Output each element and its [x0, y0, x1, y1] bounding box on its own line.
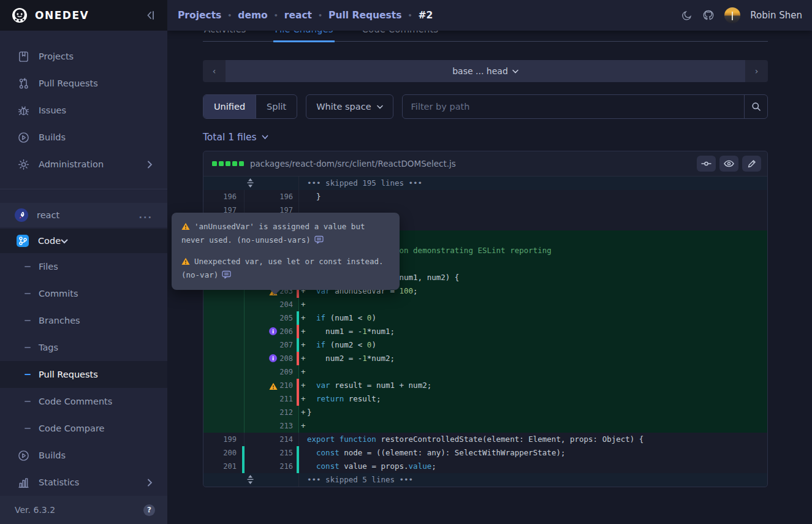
sidebar-item-code[interactable]: Code [0, 229, 167, 253]
breadcrumb-item-demo[interactable]: demo [238, 10, 267, 21]
new-line-number[interactable]: 213 [245, 419, 299, 433]
problem-bar [297, 392, 299, 406]
change-block [219, 161, 224, 166]
split-mode-button[interactable]: Split [256, 95, 297, 118]
old-line-number[interactable]: 199 [203, 433, 245, 446]
sidebar-subitem-files[interactable]: Files [0, 253, 167, 280]
diff-row-213: 213+ [203, 419, 767, 433]
old-line-number[interactable] [203, 338, 245, 352]
breadcrumb-item-projects[interactable]: Projects [178, 10, 221, 21]
old-line-number[interactable] [203, 311, 245, 325]
onedev-logo-icon[interactable] [11, 7, 28, 24]
new-line-number[interactable]: 209 [245, 365, 299, 379]
new-line-number[interactable]: 216 [245, 460, 299, 473]
new-line-number[interactable]: 206i [245, 325, 299, 338]
diff-row-215: 200215 const node = ((element: any): Sel… [203, 446, 767, 460]
change-blocks [212, 161, 244, 166]
sidebar-item-builds[interactable]: Builds [0, 124, 167, 151]
github-link[interactable] [702, 10, 715, 21]
diff-sign: + [299, 325, 307, 338]
help-icon[interactable]: ? [143, 504, 155, 516]
old-line-number[interactable] [203, 365, 245, 379]
whitespace-dropdown[interactable]: White space [306, 94, 393, 119]
old-line-number[interactable]: 200 [203, 446, 245, 460]
code-line: + if (num1 < 0) [299, 311, 767, 325]
sidebar-subitem-tags[interactable]: Tags [0, 334, 167, 361]
project-more-icon[interactable]: ... [138, 210, 153, 220]
new-line-number[interactable]: 207 [245, 338, 299, 352]
user-name[interactable]: Robin Shen [750, 10, 802, 21]
revision-compare-bar: ‹ base ... head › [203, 60, 768, 82]
item-label: Commits [39, 289, 78, 298]
sidebar-project-react[interactable]: react ... [0, 203, 167, 227]
sidebar-divider [0, 189, 167, 189]
breadcrumb: Projects•demo•react•Pull Requests•#2 [178, 10, 433, 21]
new-line-number[interactable]: 214 [245, 433, 299, 446]
revision-range-selector[interactable]: base ... head [226, 60, 745, 82]
sidebar-item-administration[interactable]: Administration [0, 151, 167, 178]
diff-sign: + [299, 352, 307, 365]
sidebar-item-builds[interactable]: Builds [0, 442, 167, 469]
new-line-number[interactable]: 212 [245, 406, 299, 419]
old-line-number[interactable]: 196 [203, 190, 245, 203]
code-line: + return result; [299, 392, 767, 406]
sidebar-subitem-code-comments[interactable]: Code Comments [0, 388, 167, 415]
diff-row-205: 205+ if (num1 < 0) [203, 311, 767, 325]
app: ONEDEV ProjectsPull RequestsIssuesBuilds… [0, 0, 812, 524]
user-avatar[interactable] [724, 7, 740, 23]
new-line-number[interactable]: 215 [245, 446, 299, 460]
add-comment-icon[interactable] [314, 235, 324, 248]
code-label: Code [38, 236, 61, 246]
sidebar-subitem-pull-requests[interactable]: Pull Requests [0, 361, 167, 388]
new-line-number[interactable]: 208i [245, 352, 299, 365]
new-line-number[interactable]: 211 [245, 392, 299, 406]
code-line: + num1 = -1*num1; [299, 325, 767, 338]
sidebar-collapse-icon[interactable] [145, 10, 156, 21]
sidebar-item-statistics[interactable]: Statistics [0, 469, 167, 496]
total-files-dropdown[interactable]: Total 1 files [203, 132, 268, 143]
view-commit-button[interactable] [697, 156, 716, 172]
diff-gutter [203, 473, 299, 487]
new-line-number[interactable]: 196 [245, 190, 299, 203]
expand-lines-button[interactable] [246, 475, 254, 487]
prev-change-button[interactable]: ‹ [203, 60, 226, 82]
item-label: Builds [39, 450, 66, 460]
unified-mode-button[interactable]: Unified [203, 95, 256, 118]
old-line-number[interactable] [203, 298, 245, 311]
dash-icon [25, 401, 31, 402]
old-line-number[interactable]: 201 [203, 460, 245, 473]
item-label: Builds [39, 132, 66, 142]
sidebar-subitem-code-compare[interactable]: Code Compare [0, 415, 167, 442]
sidebar-item-issues[interactable]: Issues [0, 97, 167, 124]
dark-mode-toggle[interactable] [681, 10, 692, 21]
view-file-button[interactable] [719, 156, 738, 172]
diff-controls: Unified Split White space [203, 94, 768, 119]
old-line-number[interactable] [203, 406, 245, 419]
info-icon[interactable]: i [269, 327, 278, 336]
search-button[interactable] [744, 95, 767, 118]
breadcrumb-item-react[interactable]: react [284, 10, 312, 21]
sidebar-item-projects[interactable]: Projects [0, 43, 167, 70]
edit-file-button[interactable] [742, 156, 761, 172]
warning-icon[interactable] [269, 381, 278, 390]
old-line-number[interactable] [203, 392, 245, 406]
rocket-icon [15, 208, 28, 222]
sidebar-subitem-branches[interactable]: Branches [0, 307, 167, 334]
breadcrumb-item-pull-requests[interactable]: Pull Requests [328, 10, 401, 21]
old-line-number[interactable] [203, 419, 245, 433]
sidebar-item-pull-requests[interactable]: Pull Requests [0, 70, 167, 97]
new-line-number[interactable]: 210 [245, 379, 299, 392]
add-comment-icon[interactable] [222, 270, 231, 283]
new-line-number[interactable]: 205 [245, 311, 299, 325]
old-line-number[interactable] [203, 352, 245, 365]
diff-skip-row: ••• skipped 195 lines ••• [203, 177, 767, 190]
old-line-number[interactable] [203, 379, 245, 392]
total-files-label: Total 1 files [203, 132, 257, 143]
info-icon[interactable]: i [269, 354, 278, 363]
path-filter-input[interactable] [403, 95, 744, 118]
sidebar-subitem-commits[interactable]: Commits [0, 280, 167, 307]
diff-row-209: 209+ [203, 365, 767, 379]
skipped-lines-label: ••• skipped 195 lines ••• [299, 177, 767, 190]
old-line-number[interactable] [203, 325, 245, 338]
next-change-button[interactable]: › [745, 60, 768, 82]
